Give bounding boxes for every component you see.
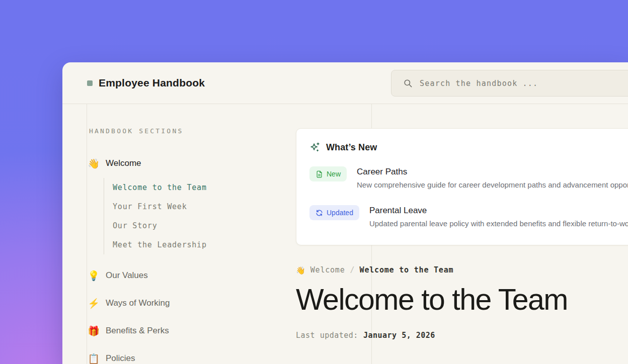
search-bar[interactable] <box>391 70 628 97</box>
sidebar-item-benefits-perks[interactable]: 🎁 Benefits & Perks <box>87 324 319 337</box>
main-content: What’s New New Career Paths New comprehe… <box>296 104 628 340</box>
document-icon <box>316 170 323 178</box>
waving-hand-icon: 👋 <box>296 266 305 274</box>
sidebar-item-label: Welcome <box>106 158 141 168</box>
sidebar-subitem-our-story[interactable]: Our Story <box>113 216 319 235</box>
sidebar-nav: 👋 Welcome Welcome to the Team Your First… <box>87 157 319 364</box>
search-icon <box>403 78 413 88</box>
nav-section-policies: 📋 Policies <box>87 352 319 364</box>
lightning-bolt-icon: ⚡ <box>88 299 100 308</box>
sparkles-icon <box>309 142 321 153</box>
sidebar-item-label: Our Values <box>106 270 148 281</box>
breadcrumb: 👋 Welcome / Welcome to the Team <box>296 265 628 275</box>
last-updated: Last updated: January 5, 2026 <box>296 331 628 340</box>
news-item-title: Career Paths <box>357 166 628 177</box>
sidebar-item-label: Ways of Working <box>106 298 170 308</box>
page-title: Welcome to the Team <box>296 285 628 316</box>
sidebar-subitem-welcome-to-the-team[interactable]: Welcome to the Team <box>113 178 319 197</box>
news-text: Parental Leave Updated parental leave po… <box>369 205 628 229</box>
news-item-description: New comprehensive guide for career devel… <box>357 180 628 190</box>
sidebar-heading: HANDBOOK SECTIONS <box>87 127 319 135</box>
light-bulb-icon: 💡 <box>88 271 100 281</box>
nav-section-welcome: 👋 Welcome Welcome to the Team Your First… <box>87 157 319 254</box>
sidebar-item-our-values[interactable]: 💡 Our Values <box>87 269 319 282</box>
news-item-description: Updated parental leave policy with exten… <box>369 219 628 229</box>
refresh-icon <box>316 209 323 217</box>
whats-new-card: What’s New New Career Paths New comprehe… <box>296 128 628 245</box>
nav-section-benefits-perks: 🎁 Benefits & Perks <box>87 324 319 337</box>
breadcrumb-separator: / <box>350 265 355 275</box>
sidebar-item-ways-of-working[interactable]: ⚡ Ways of Working <box>87 297 319 310</box>
search-input[interactable] <box>420 79 628 88</box>
brand: Employee Handbook <box>87 77 205 89</box>
new-badge: New <box>309 166 347 181</box>
news-item-parental-leave[interactable]: Updated Parental Leave Updated parental … <box>309 205 628 229</box>
nav-section-ways-of-working: ⚡ Ways of Working <box>87 297 319 310</box>
welcome-sub-list: Welcome to the Team Your First Week Our … <box>104 178 319 254</box>
handbook-window: Employee Handbook HANDBOOK SECTIONS 👋 We… <box>62 62 628 364</box>
badge-label: Updated <box>327 209 353 217</box>
clipboard-icon: 📋 <box>88 354 100 363</box>
breadcrumb-section[interactable]: Welcome <box>310 265 345 275</box>
breadcrumb-current-page: Welcome to the Team <box>360 265 454 275</box>
sidebar-item-label: Benefits & Perks <box>106 326 169 336</box>
sidebar-subitem-your-first-week[interactable]: Your First Week <box>113 197 319 216</box>
sidebar-item-welcome[interactable]: 👋 Welcome <box>87 157 319 170</box>
updated-badge: Updated <box>309 205 359 220</box>
app-logo-icon <box>87 80 93 86</box>
news-item-title: Parental Leave <box>369 205 628 216</box>
last-updated-value: January 5, 2026 <box>363 331 435 340</box>
waving-hand-icon: 👋 <box>88 159 100 168</box>
app-header: Employee Handbook <box>62 62 628 104</box>
gift-icon: 🎁 <box>88 326 100 336</box>
sidebar-subitem-meet-the-leadership[interactable]: Meet the Leadership <box>113 235 319 254</box>
app-title: Employee Handbook <box>99 77 205 89</box>
badge-label: New <box>327 170 341 178</box>
news-text: Career Paths New comprehensive guide for… <box>357 166 628 190</box>
last-updated-label: Last updated: <box>296 331 358 340</box>
whats-new-header: What’s New <box>309 142 628 153</box>
whats-new-title: What’s New <box>326 142 377 153</box>
sidebar-item-policies[interactable]: 📋 Policies <box>87 352 319 364</box>
sidebar-item-label: Policies <box>106 353 135 363</box>
news-item-career-paths[interactable]: New Career Paths New comprehensive guide… <box>309 166 628 190</box>
sidebar: HANDBOOK SECTIONS 👋 Welcome Welcome to t… <box>87 104 319 364</box>
nav-section-our-values: 💡 Our Values <box>87 269 319 282</box>
